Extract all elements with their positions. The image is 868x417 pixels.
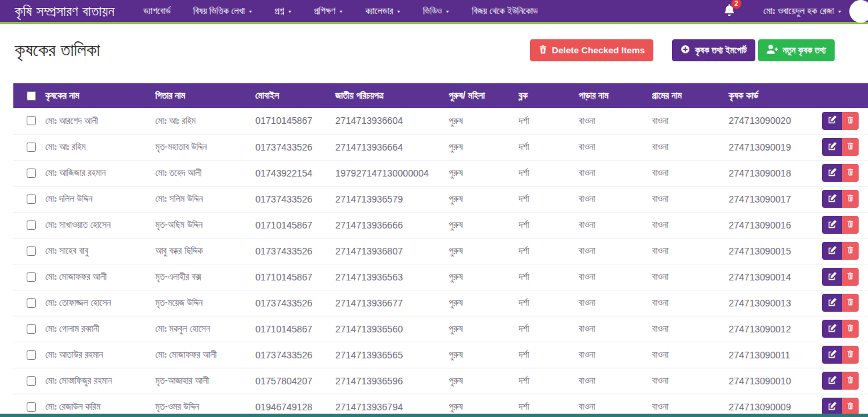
brand-logo[interactable]: কৃষি সম্প্রসারণ বাতায়ন — [15, 3, 115, 19]
new-farmer-data-button[interactable]: নতুন কৃষক তথ্য — [758, 39, 835, 61]
mobile-cell: 01737433526 — [250, 290, 330, 316]
row-checkbox[interactable] — [27, 272, 36, 282]
row-checkbox[interactable] — [27, 376, 36, 386]
nid-cell: 2714713936666 — [330, 212, 443, 238]
father-name-cell: মৃত-এলাহীর বক্স — [150, 264, 250, 290]
edit-button[interactable] — [822, 294, 842, 312]
delete-button[interactable] — [842, 138, 859, 156]
nid-cell: 2714713936563 — [330, 264, 443, 290]
gender-cell: পুরুষ — [443, 238, 513, 264]
delete-button[interactable] — [842, 242, 859, 260]
row-checkbox[interactable] — [27, 324, 36, 334]
user-menu[interactable]: মোঃ ওবায়েদুল হক রেজা ▾ — [763, 0, 861, 23]
row-checkbox[interactable] — [27, 143, 36, 152]
edit-button[interactable] — [822, 398, 842, 416]
table-row: মোঃ আতাউর রহমান মোঃ মোজাফফর আলী 01737433… — [13, 342, 868, 368]
para-name-cell: বাওনা — [573, 160, 647, 186]
village-name-cell: বাওনা — [647, 212, 723, 238]
delete-button[interactable] — [842, 398, 859, 416]
row-checkbox[interactable] — [27, 220, 36, 230]
edit-pencil-icon — [828, 115, 837, 126]
farmer-table-container: কৃষকের নাম পিতার নাম মোবাইল জাতীয় পরিচয… — [13, 83, 868, 417]
mobile-cell: 01710145867 — [250, 316, 330, 342]
edit-button[interactable] — [822, 242, 842, 260]
delete-button[interactable] — [842, 372, 859, 390]
edit-button[interactable] — [822, 190, 842, 208]
notifications-button[interactable]: 2 — [723, 4, 735, 19]
row-checkbox[interactable] — [27, 350, 36, 360]
delete-button[interactable] — [842, 268, 859, 286]
nav-item-topic-articles[interactable]: বিষয় ভিত্তিক লেখা ▾ — [182, 5, 263, 17]
nav-item-video[interactable]: ভিডিও ▾ — [411, 5, 460, 17]
edit-button[interactable] — [822, 372, 842, 390]
edit-button[interactable] — [822, 320, 842, 338]
mobile-cell: 01737433526 — [250, 186, 330, 212]
row-actions — [822, 294, 863, 312]
edit-button[interactable] — [822, 164, 842, 182]
delete-button[interactable] — [842, 320, 859, 338]
row-checkbox[interactable] — [27, 246, 36, 256]
father-name-cell: মৃত-আজাহার আলী — [150, 368, 250, 394]
para-name-cell: বাওনা — [573, 186, 647, 212]
nav-item-training[interactable]: প্রশিক্ষণ ▾ — [303, 5, 354, 17]
edit-button[interactable] — [822, 268, 842, 286]
top-navbar: কৃষি সম্প্রসারণ বাতায়ন ড্যাশবোর্ড বিষয়… — [0, 0, 868, 22]
trash-icon — [847, 168, 854, 178]
father-name-cell: মৃত-অছিম উদ্দিন — [150, 212, 250, 238]
nav-item-dashboard[interactable]: ড্যাশবোর্ড — [132, 5, 182, 17]
block-cell: দর্শা — [513, 160, 573, 186]
delete-button[interactable] — [842, 112, 859, 130]
gender-cell: পুরুষ — [443, 212, 513, 238]
village-name-cell: বাওনা — [647, 290, 723, 316]
row-checkbox[interactable] — [27, 402, 36, 412]
delete-button[interactable] — [842, 346, 859, 364]
para-name-cell: বাওনা — [573, 316, 647, 342]
village-name-cell: বাওনা — [647, 264, 723, 290]
chevron-down-icon: ▾ — [446, 7, 449, 15]
row-actions — [822, 372, 863, 390]
farmer-table: কৃষকের নাম পিতার নাম মোবাইল জাতীয় পরিচয… — [13, 83, 868, 417]
row-checkbox[interactable] — [27, 298, 36, 308]
user-plus-icon — [767, 45, 778, 56]
father-name-cell: আবু বক্কর ছিদ্দিক — [150, 238, 250, 264]
para-name-cell: বাওনা — [573, 108, 647, 134]
nid-cell: 2714713936565 — [330, 342, 443, 368]
row-checkbox[interactable] — [27, 169, 36, 178]
table-row: মোঃ মোজাফফর আলী মৃত-এলাহীর বক্স 01710145… — [13, 264, 868, 290]
farmer-card-cell: 274713090012 — [723, 316, 817, 342]
delete-button[interactable] — [842, 216, 859, 234]
village-name-cell: বাওনা — [647, 342, 723, 368]
farmer-card-cell: 274713090018 — [723, 160, 817, 186]
edit-button[interactable] — [822, 138, 842, 156]
para-name-cell: বাওনা — [573, 368, 647, 394]
nav-item-bijoy-to-unicode[interactable]: বিজয় থেকে ইউনিকোড — [461, 5, 549, 17]
edit-button[interactable] — [822, 112, 842, 130]
edit-button[interactable] — [822, 346, 842, 364]
delete-button[interactable] — [842, 294, 859, 312]
farmer-card-cell: 274713090013 — [723, 290, 817, 316]
farmer-card-cell: 274713090016 — [723, 212, 817, 238]
row-checkbox[interactable] — [27, 116, 36, 125]
farmer-name-cell: মোঃ দলিল উদ্দিন — [40, 186, 150, 212]
trash-icon — [847, 376, 854, 386]
row-checkbox[interactable] — [27, 195, 36, 204]
chevron-down-icon: ▾ — [397, 7, 401, 15]
navbar-right: 2 মোঃ ওবায়েদুল হক রেজা ▾ — [723, 0, 861, 23]
delete-checked-items-button[interactable]: Delete Checked Items — [530, 39, 654, 61]
nav-item-questions[interactable]: প্রশ্ন ▾ — [263, 5, 303, 17]
trash-icon — [847, 142, 854, 152]
farmer-card-cell: 274713090014 — [723, 264, 817, 290]
nav-item-calendar[interactable]: ক্যালেন্ডার ▾ — [354, 5, 412, 17]
nav-item-label: ভিডিও — [423, 5, 441, 17]
para-name-cell: বাওনা — [573, 342, 647, 368]
row-actions — [822, 398, 863, 416]
delete-button[interactable] — [842, 164, 859, 182]
farmer-name-cell: মোঃ সাখাওয়াত হোসেন — [40, 212, 150, 238]
farmer-name-cell: মোঃ মোস্তাফিজুর রহমান — [40, 368, 150, 394]
select-all-checkbox[interactable] — [27, 91, 36, 101]
delete-button[interactable] — [842, 190, 859, 208]
edit-button[interactable] — [822, 216, 842, 234]
farmer-name-cell: মোঃ আতাউর রহমান — [40, 342, 150, 368]
farmer-card-cell: 274713090015 — [723, 238, 817, 264]
import-farmer-data-button[interactable]: কৃষক তথ্য ইমপোর্ট — [672, 39, 755, 61]
